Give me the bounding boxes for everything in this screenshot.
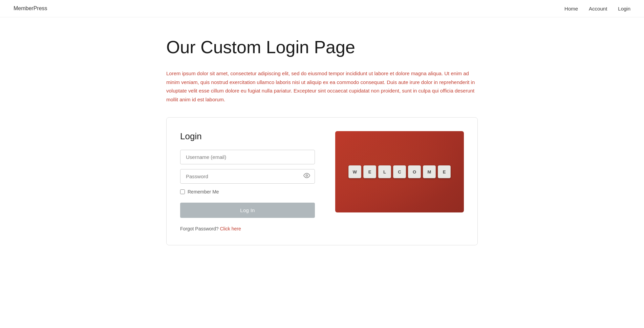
nav-home[interactable]: Home — [564, 6, 578, 12]
login-form-section: Login Remember Me Log In Forgot — [180, 131, 315, 231]
password-toggle-icon[interactable] — [303, 172, 310, 181]
remember-me-checkbox[interactable] — [180, 189, 185, 194]
forgot-password-link[interactable]: Click here — [220, 226, 241, 231]
username-group — [180, 150, 315, 164]
remember-me-text: Remember Me — [188, 189, 219, 194]
site-header: MemberPress Home Account Login — [0, 0, 644, 17]
welcome-image-section: WELCOME — [335, 131, 464, 212]
svg-point-0 — [306, 175, 308, 177]
login-form-title: Login — [180, 131, 315, 142]
welcome-key-o: O — [408, 165, 421, 178]
site-title: MemberPress — [14, 5, 47, 12]
username-input[interactable] — [180, 150, 315, 164]
welcome-key-l: L — [378, 165, 391, 178]
welcome-key-w: W — [348, 165, 361, 178]
welcome-image: WELCOME — [335, 131, 464, 212]
password-group — [180, 169, 315, 184]
welcome-key-c: C — [393, 165, 406, 178]
login-card: Login Remember Me Log In Forgot — [166, 117, 478, 245]
nav-account[interactable]: Account — [589, 6, 607, 12]
forgot-password-text: Forgot Password? — [180, 226, 219, 231]
main-nav: Home Account Login — [564, 6, 630, 12]
welcome-keys: WELCOME — [348, 165, 451, 178]
remember-me-label[interactable]: Remember Me — [180, 189, 315, 194]
welcome-key-m: M — [423, 165, 436, 178]
login-button[interactable]: Log In — [180, 203, 315, 218]
main-content: Our Custom Login Page Lorem ipsum dolor … — [159, 17, 485, 259]
welcome-key-e: E — [363, 165, 376, 178]
welcome-key-e: E — [438, 165, 451, 178]
nav-login[interactable]: Login — [618, 6, 630, 12]
page-title: Our Custom Login Page — [166, 38, 478, 57]
password-input[interactable] — [180, 169, 315, 184]
forgot-password-section: Forgot Password? Click here — [180, 226, 315, 231]
intro-paragraph: Lorem ipsum dolor sit amet, consectetur … — [166, 69, 478, 104]
